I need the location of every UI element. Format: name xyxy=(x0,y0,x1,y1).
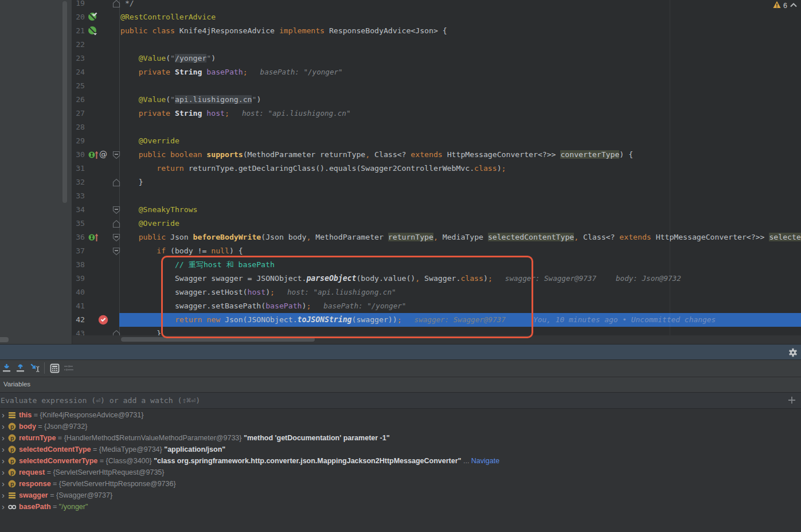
fold-region-end-icon[interactable] xyxy=(112,175,120,192)
parameter-icon: p xyxy=(8,434,16,442)
expand-chevron-icon[interactable]: › xyxy=(2,468,7,477)
run-to-cursor-icon[interactable] xyxy=(30,363,40,373)
expand-chevron-icon[interactable]: › xyxy=(2,479,7,488)
variable-row-request[interactable]: ›prequest = {ServletServerHttpRequest@97… xyxy=(0,467,801,478)
project-panel-vertical-scrollbar[interactable] xyxy=(62,1,67,203)
line-number: 33 xyxy=(72,189,85,203)
variable-text: returnType = {HandlerMethod$ReturnValueM… xyxy=(19,432,390,444)
debug-panel-header[interactable] xyxy=(0,344,801,360)
code-line-34[interactable]: @SneakyThrows xyxy=(120,203,198,217)
variable-row-swagger[interactable]: ›swagger = {Swagger@9737} xyxy=(0,490,801,501)
line-number: 43 xyxy=(72,327,85,335)
line-number: 42 xyxy=(72,313,85,327)
line-number: 40 xyxy=(72,285,85,299)
local-variable-icon xyxy=(8,411,16,419)
variables-tab-row[interactable]: Variables xyxy=(0,377,801,393)
implements-method-icon[interactable] xyxy=(88,233,99,244)
gear-icon[interactable] xyxy=(788,348,798,357)
svg-text:p: p xyxy=(10,469,14,476)
gutter-icons xyxy=(87,24,119,38)
debugger-inline-value: body: Json@9732 xyxy=(616,274,681,283)
code-line-31[interactable]: return returnType.getDeclaringClass().eq… xyxy=(120,162,506,175)
variable-row-basePath[interactable]: ›basePath = "/yonger" xyxy=(0,501,801,513)
line-number: 35 xyxy=(72,217,85,230)
code-line-20[interactable]: @RestControllerAdvice xyxy=(120,10,216,24)
code-line-24[interactable]: private String basePath;basePath: "/yong… xyxy=(120,65,343,79)
variable-row-selectedConverterType[interactable]: ›pselectedConverterType = {Class@3400} "… xyxy=(0,455,801,467)
expand-chevron-icon[interactable]: › xyxy=(2,433,7,443)
variable-text: request = {ServletServerHttpRequest@9735… xyxy=(19,467,164,478)
step-out-icon[interactable] xyxy=(15,363,25,373)
variable-row-returnType[interactable]: ›preturnType = {HandlerMethod$ReturnValu… xyxy=(0,432,801,444)
view-options-icon[interactable] xyxy=(64,363,73,373)
code-line-29[interactable]: @Override xyxy=(120,134,179,148)
code-line-26[interactable]: @Value("api.liushigong.cn") xyxy=(120,93,261,107)
svg-text:p: p xyxy=(10,480,14,487)
warning-count: 6 xyxy=(783,2,787,10)
code-line-36[interactable]: public Json beforeBodyWrite(Json body, M… xyxy=(120,230,801,244)
watch-icon xyxy=(8,503,16,511)
warning-triangle-icon xyxy=(773,1,781,11)
line-number: 37 xyxy=(72,244,85,258)
code-line-27[interactable]: private String host;host: "api.liushigon… xyxy=(120,107,351,120)
debug-toolbar xyxy=(0,360,801,377)
evaluate-expression-icon[interactable] xyxy=(50,363,60,373)
expand-chevron-icon[interactable]: › xyxy=(2,456,7,466)
variables-tab-label: Variables xyxy=(3,381,30,388)
gutter-separator xyxy=(119,0,120,335)
expand-chevron-icon[interactable]: › xyxy=(2,445,7,454)
line-number: 20 xyxy=(72,10,85,24)
variable-text: selectedContentType = {MediaType@9734} "… xyxy=(19,444,225,455)
chevron-up-icon[interactable] xyxy=(790,1,798,11)
parameter-icon: p xyxy=(8,423,16,431)
svg-text:p: p xyxy=(10,446,14,453)
variable-row-this[interactable]: ›this = {Knife4jResponseAdvice@9731} xyxy=(0,409,801,421)
inspections-widget[interactable]: 6 xyxy=(773,1,798,10)
code-line-43[interactable]: } xyxy=(120,327,161,335)
annotation-at-icon: @ xyxy=(99,150,108,161)
add-watch-plus-icon[interactable] xyxy=(787,396,796,405)
code-line-21[interactable]: public class Knife4jResponseAdvice imple… xyxy=(120,24,447,38)
project-panel xyxy=(0,0,72,344)
git-blame-annotation: You, 10 minutes ago • Uncommitted change… xyxy=(533,313,716,327)
step-into-icon[interactable] xyxy=(2,363,11,373)
line-number: 28 xyxy=(72,120,85,134)
line-number: 27 xyxy=(72,107,85,120)
expand-chevron-icon[interactable]: › xyxy=(2,502,7,511)
code-line-23[interactable]: @Value("/yonger") xyxy=(120,52,216,65)
line-number: 39 xyxy=(72,272,85,285)
line-number: 25 xyxy=(72,79,85,93)
code-line-30[interactable]: public boolean supports(MethodParameter … xyxy=(120,148,633,162)
line-number: 22 xyxy=(72,38,85,52)
evaluate-expression-bar[interactable]: Evaluate expression (⏎) or add a watch (… xyxy=(0,392,801,409)
gutter-icons xyxy=(87,313,119,327)
parameter-icon: p xyxy=(8,480,16,488)
project-panel-horizontal-scrollbar[interactable] xyxy=(0,337,9,342)
parameter-icon: p xyxy=(8,445,16,453)
gutter-icons xyxy=(87,10,119,24)
line-number: 34 xyxy=(72,203,85,217)
code-line-19[interactable]: */ xyxy=(120,0,134,10)
fold-region-end-icon[interactable] xyxy=(112,327,120,335)
spring-bean-check-icon[interactable] xyxy=(88,11,97,24)
right-margin-guide xyxy=(670,0,670,335)
fold-region-start-icon[interactable] xyxy=(112,148,120,165)
spring-bean-impl-icon[interactable] xyxy=(88,26,97,37)
navigate-link[interactable]: Navigate xyxy=(471,457,499,465)
variable-row-response[interactable]: ›presponse = {ServletServerHttpResponse@… xyxy=(0,478,801,490)
expand-chevron-icon[interactable]: › xyxy=(2,422,7,431)
variable-row-selectedContentType[interactable]: ›pselectedContentType = {MediaType@9734}… xyxy=(0,444,801,455)
breakpoint-verified-icon[interactable] xyxy=(98,315,108,327)
line-number: 32 xyxy=(72,175,85,189)
parameter-icon: p xyxy=(8,468,16,476)
variable-row-body[interactable]: ›pbody = {Json@9732} xyxy=(0,421,801,432)
implements-method-icon[interactable] xyxy=(88,150,99,161)
code-line-35[interactable]: @Override xyxy=(120,217,179,230)
svg-text:p: p xyxy=(10,457,14,464)
code-line-32[interactable]: } xyxy=(120,175,143,189)
expand-chevron-icon[interactable]: › xyxy=(2,491,7,500)
variable-text: response = {ServletServerHttpResponse@97… xyxy=(19,478,176,490)
line-number: 19 xyxy=(72,0,85,10)
fold-region-start-icon[interactable] xyxy=(112,244,120,261)
expand-chevron-icon[interactable]: › xyxy=(2,410,7,420)
